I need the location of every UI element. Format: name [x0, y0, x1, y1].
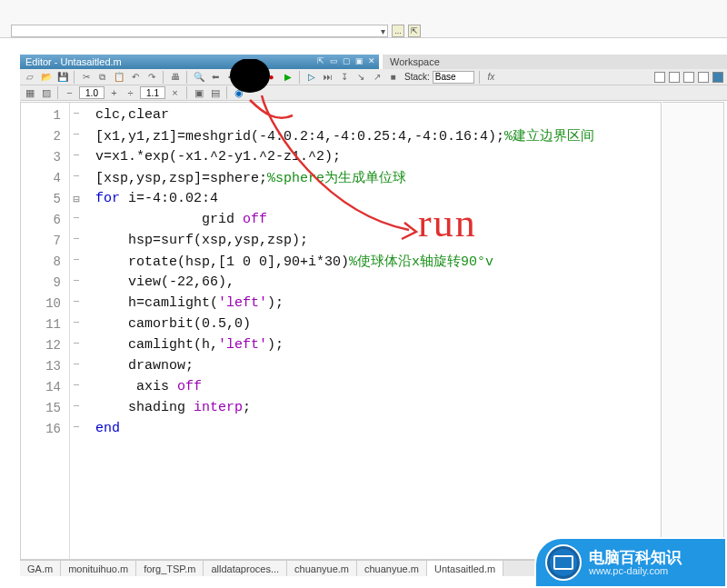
maximize-icon[interactable]: ▢: [341, 55, 352, 66]
publish-icon[interactable]: ▣: [192, 86, 205, 100]
code-text[interactable]: camorbit(0.5,0): [83, 316, 251, 332]
profile-icon[interactable]: ◉: [232, 86, 245, 100]
dock-icon[interactable]: ⇱: [315, 55, 326, 66]
code-text[interactable]: for i=-4:0.02:4: [83, 191, 218, 206]
code-text[interactable]: camlight(h,'left');: [83, 337, 284, 353]
code-line[interactable]: 13 drawnow;: [21, 355, 661, 376]
goto-line-icon[interactable]: ⇥: [241, 70, 254, 84]
code-text[interactable]: grid off: [83, 212, 267, 227]
file-tab[interactable]: chuanyue.m: [357, 561, 427, 576]
redo-icon[interactable]: ↷: [144, 70, 158, 84]
code-line[interactable]: 11 camorbit(0.5,0): [21, 314, 661, 334]
tile-2-icon[interactable]: [669, 72, 680, 83]
zoom-b-input[interactable]: [140, 86, 165, 99]
line-number: 5: [21, 192, 70, 206]
editor-title: Editor - Untasaitled.m: [25, 56, 122, 67]
code-line[interactable]: 7 hsp=surf(xsp,ysp,zsp);: [21, 230, 661, 251]
fx-icon[interactable]: fx: [484, 70, 498, 84]
open-file-icon[interactable]: 📂: [39, 70, 53, 84]
minimize-icon[interactable]: ▭: [328, 55, 339, 66]
editor-title-bar: Editor - Untasaitled.m ⇱ ▭ ▢ ▣ ✕: [20, 55, 379, 69]
run-advance-icon[interactable]: ⏭: [321, 70, 334, 84]
new-file-icon[interactable]: ▱: [23, 70, 36, 84]
step-icon[interactable]: ↧: [337, 70, 351, 84]
code-line[interactable]: 2[x1,y1,z1]=meshgrid(-4:0.2:4,-4:0.25:4,…: [21, 125, 661, 146]
goto-back-icon[interactable]: ⬅: [208, 70, 222, 84]
code-text[interactable]: clc,clear: [83, 107, 169, 123]
code-line[interactable]: 3v=x1.*exp(-x1.^2-y1.^2-z1.^2);: [21, 146, 661, 167]
zoom-a-input[interactable]: [79, 86, 105, 99]
file-tab[interactable]: chuanyue.m: [287, 561, 357, 576]
folder-up-button[interactable]: ⇱: [408, 25, 421, 37]
print-icon[interactable]: 🖶: [168, 70, 182, 84]
code-line[interactable]: 4[xsp,ysp,zsp]=sphere;%sphere为生成单位球: [21, 167, 661, 188]
file-tab[interactable]: GA.m: [20, 561, 61, 576]
path-dropdown[interactable]: ▾: [11, 25, 388, 37]
workspace-title: Workspace: [390, 56, 440, 67]
tile-3-icon[interactable]: [683, 72, 694, 83]
code-text[interactable]: hsp=surf(xsp,ysp,zsp);: [83, 233, 308, 248]
code-text[interactable]: drawnow;: [83, 358, 194, 374]
tile-5-icon[interactable]: [712, 72, 723, 83]
copy-icon[interactable]: ⧉: [95, 70, 109, 84]
zoom-minus-icon[interactable]: −: [63, 86, 76, 100]
close-icon[interactable]: ✕: [366, 55, 377, 66]
browse-button[interactable]: ...: [392, 25, 404, 37]
line-number: 3: [21, 150, 70, 164]
run-icon[interactable]: ▶: [281, 70, 294, 84]
code-line[interactable]: 9 view(-22,66),: [21, 272, 661, 293]
restore-icon[interactable]: ▣: [354, 55, 364, 66]
code-line[interactable]: 16end: [21, 418, 661, 439]
scale-div-icon[interactable]: ÷: [124, 86, 137, 100]
stack-select[interactable]: Base: [433, 71, 474, 84]
file-tab[interactable]: forg_TSP.m: [136, 561, 204, 576]
code-text[interactable]: [x1,y1,z1]=meshgrid(-4:0.2:4,-4:0.25:4,-…: [83, 127, 594, 145]
run-section-icon[interactable]: ▷: [304, 70, 318, 84]
undo-icon[interactable]: ↶: [128, 70, 142, 84]
line-number: 11: [21, 317, 70, 332]
line-number: 9: [21, 275, 70, 290]
scale-mul-icon[interactable]: ×: [168, 86, 182, 100]
find-icon[interactable]: 🔍: [192, 70, 205, 84]
code-line[interactable]: 8 rotate(hsp,[1 0 0],90+i*30)%使球体沿x轴旋转90…: [21, 251, 661, 272]
code-text[interactable]: shading interp;: [83, 400, 251, 415]
file-tab[interactable]: Untasaitled.m: [427, 561, 503, 576]
cell-eval-icon[interactable]: ▨: [39, 86, 53, 100]
brand-url: www.pc-daily.com: [589, 565, 682, 576]
publish2-icon[interactable]: ▤: [208, 86, 222, 100]
code-line[interactable]: 6 grid off: [21, 209, 661, 230]
file-tab[interactable]: alldataproces...: [204, 561, 287, 576]
tile-4-icon[interactable]: [698, 72, 709, 83]
cell-new-icon[interactable]: ▦: [23, 86, 36, 100]
file-tab[interactable]: monituihuo.m: [61, 561, 136, 576]
goto-fwd-icon[interactable]: ➡: [224, 70, 238, 84]
save-icon[interactable]: 💾: [55, 70, 69, 84]
code-text[interactable]: [xsp,ysp,zsp]=sphere;%sphere为生成单位球: [83, 169, 406, 186]
line-number: 1: [21, 108, 70, 123]
paste-icon[interactable]: 📋: [112, 70, 125, 84]
code-line[interactable]: 1clc,clear: [21, 105, 661, 125]
step-in-icon[interactable]: ↘: [354, 70, 367, 84]
code-line[interactable]: 10 h=camlight('left');: [21, 293, 661, 314]
code-text[interactable]: v=x1.*exp(-x1.^2-y1.^2-z1.^2);: [83, 149, 341, 164]
code-text[interactable]: rotate(hsp,[1 0 0],90+i*30)%使球体沿x轴旋转90°v: [83, 253, 493, 270]
code-text[interactable]: end: [83, 421, 120, 436]
line-number: 8: [21, 254, 70, 269]
breakpoint-icon[interactable]: ●: [264, 70, 278, 84]
code-text[interactable]: h=camlight('left');: [83, 295, 284, 311]
workspace-panel[interactable]: [662, 102, 724, 560]
cut-icon[interactable]: ✂: [79, 70, 93, 84]
code-line[interactable]: 12 camlight(h,'left');: [21, 334, 661, 355]
code-editor[interactable]: 1clc,clear2[x1,y1,z1]=meshgrid(-4:0.2:4,…: [20, 102, 662, 560]
zoom-plus-icon[interactable]: +: [107, 86, 121, 100]
stop-icon[interactable]: ■: [386, 70, 400, 84]
editor-toolbar-2: ▦ ▨ − + ÷ × ▣ ▤ ◉: [20, 85, 727, 101]
code-text[interactable]: axis off: [83, 379, 202, 394]
code-text[interactable]: view(-22,66),: [83, 274, 234, 290]
line-number: 2: [21, 129, 70, 144]
tile-1-icon[interactable]: [654, 72, 665, 83]
code-line[interactable]: 14 axis off: [21, 376, 661, 397]
code-line[interactable]: 5⊟for i=-4:0.02:4: [21, 188, 661, 209]
code-line[interactable]: 15 shading interp;: [21, 397, 661, 418]
step-out-icon[interactable]: ↗: [370, 70, 383, 84]
